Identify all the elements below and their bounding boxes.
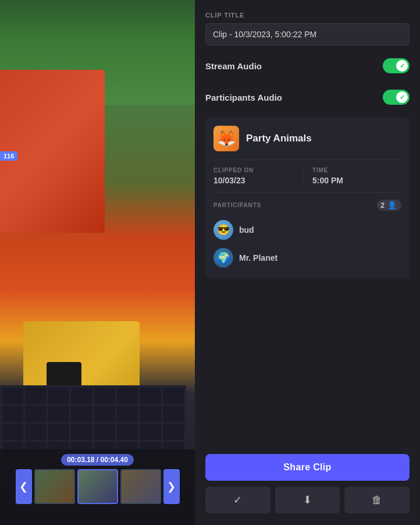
bottom-section: Share Clip ✓ ⬇ 🗑 <box>205 454 410 513</box>
download-button[interactable]: ⬇ <box>275 487 340 513</box>
clipped-on-label: CLIPPED ON <box>213 167 302 173</box>
time-value: 5:00 PM <box>312 176 401 185</box>
badge-116: 116 <box>0 151 17 161</box>
download-icon: ⬇ <box>303 494 312 506</box>
game-icon: 🦊 <box>213 126 239 151</box>
participant-name-bud: bud <box>239 225 254 235</box>
participants-count-badge: 2 👤 <box>377 200 401 211</box>
participants-count-icon: 👤 <box>387 201 397 210</box>
thumbnails-row: ❮ ❯ <box>10 469 186 504</box>
timeline-area: 00:03.18 / 00:04.40 ❮ ❯ <box>0 449 195 525</box>
check-icon: ✓ <box>233 494 242 506</box>
delete-button[interactable]: 🗑 <box>344 487 410 513</box>
participants-audio-toggle[interactable]: ✓ <box>383 90 410 105</box>
clip-title-section: CLIP TITLE <box>205 12 410 45</box>
participant-row-bud: 😎 bud <box>213 218 401 242</box>
time-col: TIME 5:00 PM <box>302 167 401 185</box>
share-clip-button[interactable]: Share Clip <box>205 454 410 481</box>
thumbnail-1[interactable] <box>34 469 75 504</box>
stream-audio-label: Stream Audio <box>205 61 262 71</box>
clip-title-input[interactable] <box>205 23 410 45</box>
left-panel: 116 00:03.18 / 00:04.40 ❮ ❯ <box>0 0 195 525</box>
thumb-nav-left[interactable]: ❮ <box>16 469 32 504</box>
participants-header: PARTICIPANTS 2 👤 <box>213 200 401 211</box>
avatar-bud: 😎 <box>213 220 233 240</box>
clip-title-label: CLIP TITLE <box>205 12 410 19</box>
thumbnail-2[interactable] <box>77 469 118 504</box>
participants-label: PARTICIPANTS <box>213 202 261 208</box>
participants-section: PARTICIPANTS 2 👤 😎 bud 🌍 Mr. Planet <box>213 192 401 278</box>
stream-audio-knob: ✓ <box>396 60 408 72</box>
game-screenshot: 116 <box>0 0 195 525</box>
stream-audio-check-icon: ✓ <box>400 62 405 70</box>
clip-details-row: CLIPPED ON 10/03/23 TIME 5:00 PM <box>213 159 401 192</box>
participants-audio-check-icon: ✓ <box>400 94 405 101</box>
action-buttons: ✓ ⬇ 🗑 <box>205 487 410 513</box>
thumbnail-3[interactable] <box>120 469 161 504</box>
game-header: 🦊 Party Animals <box>213 126 401 151</box>
participant-name-planet: Mr. Planet <box>239 253 277 262</box>
participants-count-number: 2 <box>380 201 385 210</box>
clipped-on-col: CLIPPED ON 10/03/23 <box>213 167 302 185</box>
trash-icon: 🗑 <box>372 494 382 506</box>
stream-audio-toggle[interactable]: ✓ <box>383 58 410 73</box>
spacer <box>205 288 410 445</box>
time-display: 00:03.18 / 00:04.40 <box>61 454 134 466</box>
right-panel: CLIP TITLE Stream Audio ✓ Participants A… <box>195 0 420 525</box>
game-name: Party Animals <box>246 133 312 144</box>
participants-audio-knob: ✓ <box>396 91 408 103</box>
avatar-planet: 🌍 <box>213 248 233 268</box>
participant-row-planet: 🌍 Mr. Planet <box>213 246 401 270</box>
game-card: 🦊 Party Animals CLIPPED ON 10/03/23 TIME… <box>205 118 410 278</box>
thumb-nav-right[interactable]: ❯ <box>163 469 180 504</box>
clipped-on-value: 10/03/23 <box>213 176 302 185</box>
participants-audio-row: Participants Audio ✓ <box>205 86 410 108</box>
confirm-button[interactable]: ✓ <box>205 487 270 513</box>
stream-audio-row: Stream Audio ✓ <box>205 55 410 77</box>
participants-audio-label: Participants Audio <box>205 93 282 102</box>
time-label: TIME <box>312 167 401 173</box>
